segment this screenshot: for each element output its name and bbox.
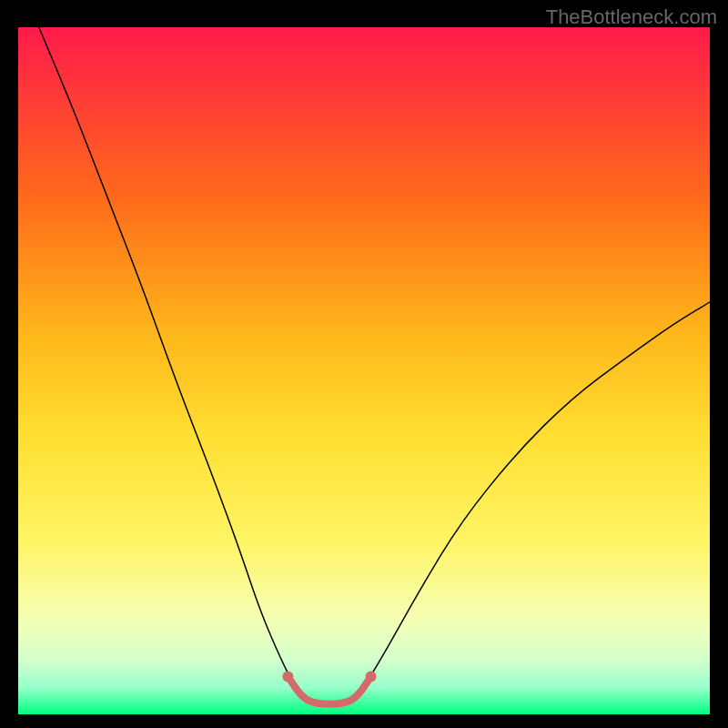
watermark-text: TheBottleneck.com bbox=[546, 5, 717, 29]
valley-endpoint bbox=[282, 671, 293, 682]
bottleneck-chart bbox=[0, 0, 728, 728]
chart-svg bbox=[0, 0, 728, 728]
gradient-background bbox=[18, 27, 710, 714]
valley-endpoint bbox=[366, 671, 377, 682]
